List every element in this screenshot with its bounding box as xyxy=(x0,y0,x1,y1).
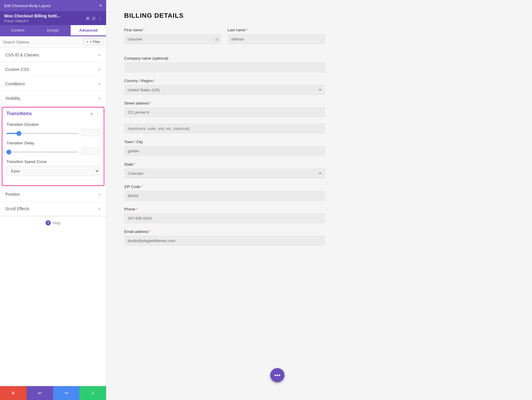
delay-slider[interactable] xyxy=(7,151,78,153)
chevron-down-icon: ∨ xyxy=(98,96,101,100)
last-name-label: Last name* xyxy=(228,28,325,32)
preset-label[interactable]: Preset: Default ▾ xyxy=(4,19,84,23)
street2-group xyxy=(124,123,325,134)
duration-value[interactable]: 300ms xyxy=(81,129,100,136)
tab-content[interactable]: Content xyxy=(0,25,35,36)
last-name-group: Last name* xyxy=(228,28,325,44)
duration-slider-row: 300ms xyxy=(7,129,100,136)
delay-slider-container xyxy=(7,148,78,154)
phone-group: Phone* xyxy=(124,207,325,223)
transitions-body: Transition Duration 300ms Transition Del… xyxy=(2,120,104,185)
delay-field: Transition Delay 0ms xyxy=(7,141,100,155)
chevron-up-icon[interactable]: ∧ xyxy=(90,111,93,116)
field-icon: ⊞ xyxy=(215,37,219,42)
close-button[interactable]: × xyxy=(99,3,102,8)
city-label: Town / City xyxy=(124,140,325,144)
name-row: First name* ⊞ Last name* xyxy=(124,28,325,50)
sidebar-topbar: Edit Checkout Body Layout × xyxy=(0,0,106,11)
city-input[interactable] xyxy=(124,146,325,156)
help-section: ? Help xyxy=(0,216,106,229)
duration-label: Transition Duration xyxy=(7,122,100,127)
accordion-custom-css-header[interactable]: Custom CSS ∨ xyxy=(0,62,106,76)
first-name-field-wrapper: ⊞ xyxy=(124,34,222,44)
accordion-conditions: Conditions ∨ xyxy=(0,77,106,91)
email-group: Email address* xyxy=(124,229,325,246)
sidebar-content: CSS ID & Classes ∨ Custom CSS ∨ Conditio… xyxy=(0,48,106,386)
delay-label: Transition Delay xyxy=(7,141,100,145)
duration-slider-container xyxy=(7,130,78,135)
chevron-down-icon: ∨ xyxy=(98,192,101,196)
chevron-down-icon: ∨ xyxy=(98,67,101,71)
street1-input[interactable] xyxy=(124,107,325,117)
chevron-down-icon: ∨ xyxy=(98,207,101,211)
first-name-label: First name* xyxy=(124,28,222,32)
filter-button[interactable]: + + Filter xyxy=(84,39,103,45)
accordion-css-header[interactable]: CSS ID & Classes ∨ xyxy=(0,48,106,62)
speed-curve-select[interactable]: Ease Linear Ease In Ease Out Ease In Out xyxy=(7,166,100,176)
transitions-header[interactable]: Transitions ∧ ⋮ xyxy=(2,107,104,120)
transitions-section: Transitions ∧ ⋮ Transition Duration 300m… xyxy=(2,107,104,186)
tab-bar: Content Design Advanced xyxy=(0,25,106,36)
state-label: State* xyxy=(124,162,325,166)
action-bar: ✕ ↩ ↪ ✓ xyxy=(0,386,106,400)
state-select[interactable]: Colorado xyxy=(124,168,325,179)
city-group: Town / City xyxy=(124,140,325,156)
layout-icon[interactable]: ⊡ xyxy=(92,16,95,21)
speed-curve-field: Transition Speed Curve Ease Linear Ease … xyxy=(7,159,100,176)
company-input[interactable] xyxy=(124,62,325,73)
phone-input[interactable] xyxy=(124,213,325,223)
country-group: Country / Region* United States (US) xyxy=(124,79,325,95)
accordion-custom-css: Custom CSS ∨ xyxy=(0,62,106,77)
zip-label: ZIP Code* xyxy=(124,185,325,189)
phone-label: Phone* xyxy=(124,207,325,211)
state-group: State* Colorado xyxy=(124,162,325,179)
widget-row: Woo Checkout Billing Setti... Preset: De… xyxy=(0,11,106,25)
redo-button[interactable]: ↪ xyxy=(53,386,80,400)
search-input[interactable] xyxy=(3,40,84,44)
country-label: Country / Region* xyxy=(124,79,325,83)
undo-button[interactable]: ↩ xyxy=(27,386,53,400)
zip-group: ZIP Code* xyxy=(124,185,325,201)
save-button[interactable]: ✓ xyxy=(80,386,106,400)
accordion-scroll-effects-header[interactable]: Scroll Effects ∨ xyxy=(0,202,106,216)
fab-icon: ••• xyxy=(274,372,280,379)
accordion-visibility: Visibility ∨ xyxy=(0,91,106,106)
speed-curve-label: Transition Speed Curve xyxy=(7,159,100,164)
sidebar-title: Edit Checkout Body Layout xyxy=(4,4,51,8)
last-name-input[interactable] xyxy=(228,34,325,44)
first-name-input[interactable] xyxy=(124,34,222,44)
transitions-title: Transitions xyxy=(7,111,32,116)
zip-input[interactable] xyxy=(124,191,325,201)
accordion-conditions-header[interactable]: Conditions ∨ xyxy=(0,77,106,91)
accordion-scroll-effects: Scroll Effects ∨ xyxy=(0,202,106,216)
tab-design[interactable]: Design xyxy=(35,25,71,36)
billing-form: BILLING DETAILS First name* ⊞ Last name* xyxy=(124,12,325,246)
delay-value[interactable]: 0ms xyxy=(81,148,100,155)
tab-advanced[interactable]: Advanced xyxy=(71,25,106,36)
email-input[interactable] xyxy=(124,236,325,246)
duration-slider[interactable] xyxy=(7,133,78,134)
delay-slider-row: 0ms xyxy=(7,148,100,155)
cancel-button[interactable]: ✕ xyxy=(0,386,27,400)
responsive-icon[interactable]: ⊞ xyxy=(86,16,90,21)
street2-input[interactable] xyxy=(124,123,325,134)
help-button[interactable]: ? Help xyxy=(46,220,61,226)
filter-icon: + xyxy=(86,40,88,44)
chevron-down-icon: ∨ xyxy=(98,53,101,57)
accordion-position-header[interactable]: Position ∨ xyxy=(0,187,106,201)
fab-button[interactable]: ••• xyxy=(270,368,284,382)
transitions-header-icons: ∧ ⋮ xyxy=(90,111,100,116)
accordion-css: CSS ID & Classes ∨ xyxy=(0,48,106,62)
more-options-icon[interactable]: ⋮ xyxy=(98,16,102,21)
billing-title: BILLING DETAILS xyxy=(124,12,325,19)
country-select[interactable]: United States (US) xyxy=(124,85,325,95)
transitions-more-icon[interactable]: ⋮ xyxy=(95,111,100,116)
accordion-visibility-header[interactable]: Visibility ∨ xyxy=(0,91,106,105)
duration-field: Transition Duration 300ms xyxy=(7,122,100,136)
accordion-position: Position ∨ xyxy=(0,187,106,202)
widget-icons: ⊞ ⊡ ⋮ xyxy=(86,16,102,21)
street1-group: Street address* xyxy=(124,101,325,117)
company-label: Company name (optional) xyxy=(124,56,325,61)
widget-name: Woo Checkout Billing Setti... xyxy=(4,14,84,18)
main-content: BILLING DETAILS First name* ⊞ Last name* xyxy=(106,0,532,400)
